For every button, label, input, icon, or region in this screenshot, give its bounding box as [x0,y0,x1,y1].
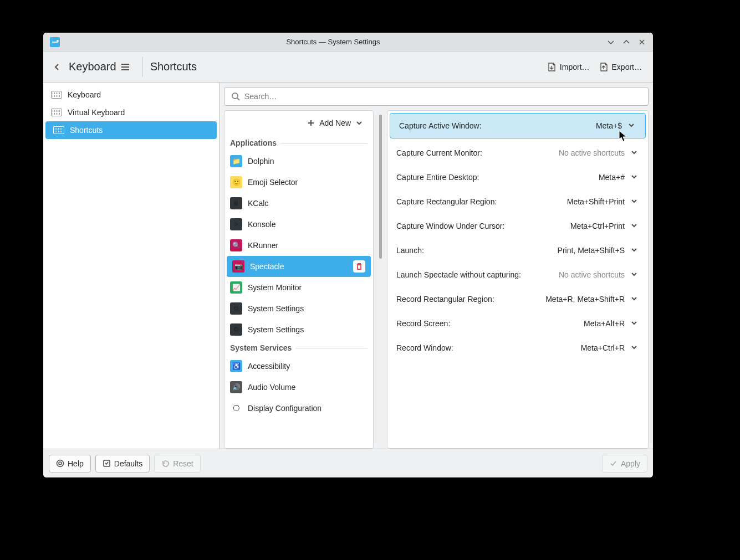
sidebar-item-shortcuts[interactable]: Shortcuts [45,121,217,139]
keyboard-icon [51,109,62,116]
shortcut-row[interactable]: Record Screen:Meta+Alt+R [387,311,648,336]
divider [142,57,142,77]
shortcut-row[interactable]: Record Rectangular Region:Meta+R, Meta+S… [387,287,648,311]
group-header: System Services [224,340,373,356]
splitter[interactable] [378,110,382,449]
app-icon: 🖩 [230,197,242,209]
app-icon: ♿ [230,360,242,372]
shortcut-keys: No active shortcuts [559,148,625,157]
maximize-button[interactable] [620,36,632,48]
shortcut-row[interactable]: Launch Spectacle without capturing:No ac… [387,263,648,287]
shortcut-keys: Meta+Shift+Print [567,197,625,206]
sidebar: KeyboardVirtual KeyboardShortcuts [43,83,220,449]
app-icon: 🔊 [230,381,242,393]
svg-point-0 [232,93,238,99]
app-item-krunner[interactable]: 🔍KRunner [224,235,373,256]
app-item-system-settings[interactable]: ⚙System Settings [224,298,373,319]
chevron-down-icon [630,295,639,304]
shortcut-row[interactable]: Record Window:Meta+Ctrl+R [387,336,648,360]
shortcut-detail-column: Capture Active Window:Meta+$Capture Curr… [387,110,649,449]
body: KeyboardVirtual KeyboardShortcuts Add Ne… [43,83,653,449]
app-label: System Monitor [248,283,302,292]
app-item-system-settings[interactable]: ⚙System Settings [224,319,373,340]
app-item-emoji-selector[interactable]: 🙂Emoji Selector [224,172,373,193]
keyboard-icon [51,91,62,99]
sidebar-item-keyboard[interactable]: Keyboard [43,86,219,104]
keyboard-icon [53,126,64,134]
add-new-button[interactable]: Add New [304,116,366,130]
back-button[interactable] [50,60,64,74]
app-item-accessibility[interactable]: ♿Accessibility [224,356,373,377]
group-header: Applications [224,135,373,151]
export-button[interactable]: Export… [594,59,646,75]
chevron-down-icon [630,148,639,157]
app-icon [50,37,60,47]
sidebar-item-virtual-keyboard[interactable]: Virtual Keyboard [43,104,219,121]
app-icon: 🙂 [230,176,242,188]
search-box[interactable] [224,87,649,106]
app-label: Spectacle [250,262,284,271]
shortcut-keys: Meta+Ctrl+R [581,343,625,352]
settings-window: Shortcuts — System Settings Keyboard Sho… [43,33,653,477]
app-icon: 🖵 [230,402,242,414]
sidebar-item-label: Keyboard [68,90,101,99]
section-title: Keyboard [69,60,116,73]
shortcut-row[interactable]: Launch:Print, Meta+Shift+S [387,238,648,263]
shortcut-keys: Meta+Ctrl+Print [570,222,625,230]
search-input[interactable] [244,92,641,101]
shortcut-keys: Meta+R, Meta+Shift+R [545,295,625,304]
sidebar-item-label: Shortcuts [70,126,103,135]
delete-button[interactable] [353,260,365,273]
shortcut-row[interactable]: Capture Active Window:Meta+$ [390,113,646,138]
svg-point-2 [59,462,62,465]
shortcut-row[interactable]: Capture Current Monitor:No active shortc… [387,141,648,165]
app-icon: 📁 [230,155,242,167]
app-item-system-monitor[interactable]: 📈System Monitor [224,277,373,298]
app-list-column: Add New Applications📁Dolphin🙂Emoji Selec… [224,110,374,449]
shortcut-keys: Meta+Alt+R [584,319,625,328]
app-icon: ⚙ [230,323,242,336]
hamburger-menu[interactable] [116,58,134,76]
export-label: Export… [612,63,642,71]
app-label: System Settings [248,304,304,313]
shortcut-label: Launch Spectacle without capturing: [396,270,553,279]
app-item-dolphin[interactable]: 📁Dolphin [224,151,373,172]
close-button[interactable] [636,36,648,48]
chevron-down-icon [355,119,363,127]
app-label: Dolphin [248,157,274,166]
app-label: Accessibility [248,362,290,371]
app-item-konsole[interactable]: >Konsole [224,214,373,235]
defaults-button[interactable]: Defaults [95,455,150,472]
app-item-display-configuration[interactable]: 🖵Display Configuration [224,398,373,419]
import-button[interactable]: Import… [542,59,594,75]
app-label: Audio Volume [248,383,295,392]
chevron-down-icon [630,222,639,230]
add-new-label: Add New [319,119,351,127]
shortcut-label: Capture Current Monitor: [396,148,553,157]
apply-label: Apply [621,459,640,468]
app-item-kcalc[interactable]: 🖩KCalc [224,193,373,214]
shortcut-keys: Print, Meta+Shift+S [558,246,625,255]
chevron-down-icon [630,270,639,279]
app-icon: ⚙ [230,302,242,315]
chevron-down-icon [630,246,639,255]
shortcut-row[interactable]: Capture Window Under Cursor:Meta+Ctrl+Pr… [387,214,648,238]
app-item-audio-volume[interactable]: 🔊Audio Volume [224,377,373,398]
svg-point-1 [57,460,64,467]
shortcut-label: Record Rectangular Region: [396,295,540,304]
shortcut-keys: No active shortcuts [559,270,625,279]
minimize-button[interactable] [605,36,617,48]
shortcut-row[interactable]: Capture Entire Desktop:Meta+# [387,165,648,189]
reset-button: Reset [154,455,201,472]
app-item-spectacle[interactable]: 📷Spectacle [227,256,371,277]
page-title: Shortcuts [150,60,197,73]
shortcut-row[interactable]: Capture Rectangular Region:Meta+Shift+Pr… [387,189,648,214]
app-label: Emoji Selector [248,178,298,187]
shortcut-label: Capture Window Under Cursor: [396,222,565,230]
defaults-label: Defaults [114,459,142,468]
window-title: Shortcuts — System Settings [63,38,603,46]
group-title: Applications [230,138,277,147]
help-label: Help [68,459,84,468]
chevron-down-icon [630,173,639,182]
help-button[interactable]: Help [49,455,91,472]
